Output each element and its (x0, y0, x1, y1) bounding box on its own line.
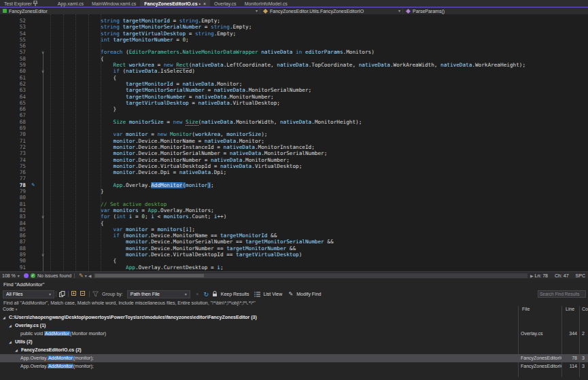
line-number: 80 (0, 194, 27, 201)
expand-arrow-icon[interactable]: ◢ (3, 313, 5, 322)
results-rows: ◢C:\Users\zhaopengwang\Desktop\powertoys… (0, 313, 588, 370)
tab-mainwindow-xaml-cs[interactable]: MainWindow.xaml.cs (88, 0, 140, 7)
group-by-dropdown[interactable]: Path then File ▾ (127, 290, 190, 298)
line-indicator: Ln: 78 (535, 273, 548, 278)
code-text: App.Overlay.CurrentDesktop = i; (46, 264, 224, 271)
outline-margin (39, 188, 46, 194)
outline-margin (39, 207, 46, 213)
collapse-all-icon[interactable] (79, 290, 88, 298)
tab-monitorinfomodel-cs[interactable]: MonitorInfoModel.cs (241, 0, 292, 7)
code-line-75: 75 monitor.Device.VirtualDesktopId = nat… (0, 163, 588, 169)
scroll-left-icon[interactable]: ◀ (87, 273, 93, 278)
scroll-right-icon[interactable]: ▶ (529, 273, 535, 278)
code-health-icon[interactable] (24, 273, 29, 278)
collapse-chevron-icon[interactable]: ∨ (39, 68, 46, 74)
collapse-chevron-icon[interactable]: ∨ (39, 49, 46, 55)
close-tab-icon[interactable]: × (203, 1, 206, 6)
collapse-chevron-icon[interactable]: ∨ (39, 252, 46, 258)
line-number: 62 (0, 81, 27, 87)
line-number: 66 (0, 106, 27, 112)
line-number: 68 (0, 119, 27, 125)
editor-margin (27, 157, 39, 163)
editor-margin (27, 56, 39, 62)
pin-icon[interactable] (33, 1, 37, 6)
class-icon (263, 8, 268, 13)
scrollbar-thumb[interactable] (95, 274, 204, 277)
match-highlight: AddMonitor (48, 364, 73, 368)
code-text (46, 175, 50, 182)
line-number: 63 (0, 87, 27, 93)
lock-icon[interactable] (211, 290, 220, 298)
type-dropdown[interactable]: FancyZonesEditor.Utils.FancyZonesEditorI… (260, 7, 403, 14)
project-dropdown[interactable]: FancyZonesEditor ▾ (0, 7, 260, 14)
expand-all-icon[interactable] (70, 290, 79, 298)
result-row[interactable]: App.Overlay.AddMonitor(monitor);FancyZon… (0, 362, 588, 370)
code-lines: 52 string targetMonitorId = string.Empty… (0, 18, 588, 271)
code-editor[interactable]: 52 string targetMonitorId = string.Empty… (0, 14, 588, 271)
result-row[interactable]: App.Overlay.AddMonitor(monitor);FancyZon… (0, 354, 588, 362)
result-code-text: App.Overlay.AddMonitor(monitor); (20, 354, 94, 362)
result-group-row[interactable]: ◢FancyZonesEditorIO.cs (2) (0, 346, 588, 354)
modify-find-pencil-icon[interactable]: ✎ (286, 290, 295, 298)
code-text: var monitor = monitors[i]; (46, 226, 195, 232)
expand-arrow-icon[interactable]: ◢ (9, 322, 12, 330)
keep-results-label[interactable]: Keep Results (221, 292, 249, 296)
modify-find-label[interactable]: Modify Find (296, 292, 321, 296)
outline-margin (39, 144, 46, 150)
zoom-level: 108 % (2, 273, 16, 278)
scope-value: All Files (6, 292, 23, 296)
group-label: C:\Users\zhaopengwang\Desktop\powertoys\… (9, 313, 257, 322)
tab-test-explorer[interactable]: Test Explorer (0, 0, 41, 7)
copy-results-icon[interactable] (58, 290, 67, 298)
line-number: 72 (0, 144, 27, 150)
code-text: monitor.Device.MonitorSerialNumber == ta… (46, 239, 334, 245)
column-header-file[interactable]: File (522, 307, 530, 311)
editor-margin (27, 81, 39, 87)
tab-fancyzoneseditorio-cs[interactable]: FancyZonesEditorIO.cs•× (140, 0, 210, 7)
issues-status[interactable]: No issues found (37, 273, 71, 278)
result-row[interactable]: public void AddMonitor(Monitor monitor)O… (0, 330, 588, 338)
line-number: 82 (0, 207, 27, 213)
list-view-label[interactable]: List View (263, 292, 282, 296)
line-number: 87 (0, 239, 27, 245)
result-line: 78 (563, 354, 577, 362)
line-number: 54 (0, 31, 27, 37)
encoding-indicator[interactable]: SPC (576, 273, 585, 278)
column-header-code[interactable]: Code ▾ (3, 307, 17, 311)
editor-margin (27, 87, 39, 93)
group-label: Overlay.cs (1) (15, 322, 46, 330)
find-summary: Find all "AddMonitor", Match case, Match… (0, 299, 588, 306)
search-placeholder: Search Find Results (540, 292, 580, 296)
refresh-icon[interactable]: ↻ (202, 290, 211, 298)
member-name: ParseParams() (413, 9, 445, 14)
outline-margin (39, 81, 46, 87)
code-line-54: 54 string targetVirtualDesktop = string.… (0, 31, 588, 37)
line-number: 69 (0, 125, 27, 131)
code-text: targetMonitorId = nativeData.Monitor; (46, 81, 242, 87)
expand-arrow-icon[interactable]: ◢ (15, 346, 18, 354)
result-group-row[interactable]: ◢Utils (2) (0, 338, 588, 346)
result-group-row[interactable]: ◢Overlay.cs (1) (0, 322, 588, 330)
tab-overlay-cs[interactable]: Overlay.cs (210, 0, 241, 7)
list-view-icon[interactable] (253, 290, 262, 298)
outline-margin (39, 163, 46, 169)
code-line-76: 76 monitor.Device.Dpi = nativeData.Dpi; (0, 169, 588, 175)
group-label: FancyZonesEditorIO.cs (2) (21, 346, 82, 354)
line-number: 90 (0, 258, 27, 264)
code-line-81: 81 // Set active desktop (0, 201, 588, 207)
expand-arrow-icon[interactable]: ◢ (9, 338, 12, 346)
tab-app-xaml-cs[interactable]: App.xaml.cs (54, 0, 88, 7)
editor-margin (27, 62, 39, 68)
modified-dot-icon: • (199, 1, 201, 6)
scope-dropdown[interactable]: All Files ▾ (3, 290, 54, 298)
horizontal-scrollbar[interactable] (94, 273, 527, 278)
zoom-dropdown[interactable]: 108 % ▾ (0, 273, 22, 278)
column-header-line[interactable]: Line (566, 307, 574, 311)
column-header-col[interactable]: Col (582, 307, 588, 311)
search-find-results-input[interactable]: Search Find Results (538, 290, 586, 298)
collapse-chevron-icon[interactable]: ∨ (39, 213, 46, 220)
member-dropdown[interactable]: ParseParams() (403, 7, 588, 14)
result-group-row[interactable]: ◢C:\Users\zhaopengwang\Desktop\powertoys… (0, 313, 588, 322)
code-cleanup-icon[interactable]: ✎ (79, 273, 84, 279)
outline-margin (39, 43, 46, 49)
